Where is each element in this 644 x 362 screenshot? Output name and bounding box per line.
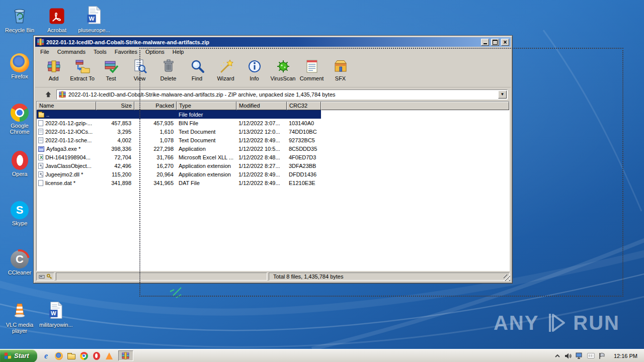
opera-quicklaunch-icon[interactable]	[92, 351, 101, 360]
file-row[interactable]: 2022-01-12-IOCs... 3,295 1,610 Text Docu…	[37, 127, 321, 136]
vlc-quicklaunch-icon[interactable]	[105, 351, 114, 360]
comment-button[interactable]: Comment	[297, 58, 326, 81]
archive-path-combobox[interactable]: 2022-01-12-IcedID-and-Cobalt-Strike-malw…	[56, 89, 508, 100]
desktop-icon-vlc[interactable]: VLC media player	[3, 298, 36, 334]
file-name-cell: license.dat *	[37, 180, 96, 186]
file-type-cell: Application extension	[177, 171, 236, 177]
desktop-icon-recycle-bin[interactable]: Recycle Bin	[3, 3, 36, 33]
archive-path-text: 2022-01-12-IcedID-and-Cobalt-Strike-malw…	[68, 92, 496, 98]
menu-options[interactable]: Options	[141, 48, 169, 56]
taskbar-clock[interactable]: 12:16 PM	[609, 349, 642, 362]
file-packed-cell: 227,298	[134, 146, 177, 152]
title-bar[interactable]: 2022-01-12-IcedID-and-Cobalt-Strike-malw…	[35, 37, 511, 47]
status-icons-panel	[36, 273, 54, 281]
desktop-icon-skype[interactable]: Skype	[3, 196, 36, 226]
find-icon	[189, 58, 205, 74]
desktop-icon-opera[interactable]: Opera	[3, 147, 36, 177]
column-header-type[interactable]: Type	[177, 102, 236, 110]
extract-to-icon	[74, 58, 91, 74]
file-row[interactable]: DH-1641998904... 72,704 31,766 Microsoft…	[37, 153, 321, 161]
folder-quicklaunch-icon[interactable]	[67, 351, 76, 360]
add-button[interactable]: Add	[39, 58, 68, 81]
recycle-bin-icon	[3, 3, 36, 26]
extract-to-button[interactable]: Extract To	[68, 58, 97, 81]
winrar-taskbar-button[interactable]	[118, 350, 133, 361]
file-row-parent-dir[interactable]: .. File folder	[37, 110, 321, 119]
maximize-button[interactable]	[491, 39, 499, 46]
desktop-icon-acrobat[interactable]: Acrobat	[40, 3, 73, 33]
file-type-cell: BIN File	[177, 120, 236, 126]
file-packed-cell: 457,935	[134, 120, 177, 126]
toolbar-label: Extract To	[70, 75, 95, 81]
disk-icon	[39, 274, 45, 280]
internet-explorer-icon[interactable]: e	[42, 351, 51, 360]
file-size-cell: 398,336	[96, 146, 134, 152]
virus-scan-button[interactable]: VirusScan	[269, 58, 297, 81]
delete-button[interactable]: Delete	[154, 58, 183, 81]
virus-scan-icon	[275, 58, 291, 74]
winrar-window: 2022-01-12-IcedID-and-Cobalt-Strike-malw…	[33, 35, 513, 284]
desktop-icon-label: Google Chrome	[3, 123, 36, 135]
menu-bar: File Commands Tools Favorites Options He…	[35, 47, 511, 56]
acrobat-icon	[40, 3, 73, 26]
info-button[interactable]: Info	[240, 58, 269, 81]
resize-grip[interactable]	[504, 275, 510, 281]
file-row[interactable]: Jugeejmo2.dll * 115,200 20,964 Applicati…	[37, 170, 321, 178]
keyboard-layout-icon[interactable]	[587, 353, 595, 358]
anyrun-watermark: ANY RUN	[494, 310, 620, 336]
notification-flag-icon[interactable]	[599, 352, 605, 359]
word-document-icon: W	[39, 298, 72, 321]
delete-icon	[160, 58, 177, 74]
menu-help[interactable]: Help	[169, 48, 188, 56]
volume-icon[interactable]	[565, 352, 572, 359]
file-size-cell: 42,496	[96, 163, 134, 169]
menu-tools[interactable]: Tools	[90, 48, 111, 56]
close-button[interactable]	[501, 39, 509, 46]
status-bar: Total 8 files, 1,435,784 bytes	[35, 272, 511, 282]
sfx-button[interactable]: SFX	[326, 58, 355, 81]
menu-commands[interactable]: Commands	[53, 48, 90, 56]
column-header-modified[interactable]: Modified	[236, 102, 287, 110]
column-header-packed[interactable]: Packed	[134, 102, 177, 110]
desktop-icon-label: Firefox	[3, 73, 36, 79]
firefox-icon	[10, 53, 29, 72]
file-modified-cell: 1/12/2022 8:48...	[236, 154, 287, 160]
anyrun-watermark-any: ANY	[494, 312, 539, 334]
menu-file[interactable]: File	[36, 48, 53, 56]
file-packed-cell: 16,270	[134, 163, 177, 169]
winrar-task-icon	[122, 352, 129, 359]
desktop-icon-militaryowin[interactable]: W militaryowin...	[39, 298, 72, 328]
view-button[interactable]: View	[125, 58, 154, 81]
column-header-name[interactable]: Name	[37, 102, 96, 110]
file-row[interactable]: 2022-01-12-gzip-... 457,853 457,935 BIN …	[37, 119, 321, 127]
file-modified-cell: 1/13/2022 12:0...	[236, 129, 287, 135]
find-button[interactable]: Find	[183, 58, 211, 81]
combobox-dropdown-arrow[interactable]: ▼	[498, 90, 507, 99]
file-row[interactable]: 2022-01-12-sche... 4,002 1,078 Text Docu…	[37, 136, 321, 144]
text-file-icon	[38, 129, 43, 135]
file-modified-cell: 1/12/2022 8:49...	[236, 180, 287, 186]
desktop-icon-firefox[interactable]: Firefox	[3, 49, 36, 79]
network-icon[interactable]	[576, 352, 583, 359]
up-one-level-button[interactable]	[43, 90, 53, 99]
address-bar: 2022-01-12-IcedID-and-Cobalt-Strike-malw…	[35, 87, 511, 101]
dll-file-icon	[38, 171, 43, 177]
minimize-button[interactable]	[481, 39, 489, 46]
desktop-icon-pluseurope[interactable]: W pluseurope...	[77, 3, 111, 33]
tray-expand-chevron-icon[interactable]	[554, 353, 560, 359]
column-header-size[interactable]: Size	[96, 102, 134, 110]
firefox-quicklaunch-icon[interactable]	[54, 351, 63, 360]
file-row[interactable]: JavaClassObject... 42,496 16,270 Applica…	[37, 161, 321, 170]
file-row[interactable]: license.dat * 341,898 341,965 DAT File 1…	[37, 178, 321, 187]
toolbar-label: Find	[192, 75, 202, 81]
test-button[interactable]: Test	[97, 58, 125, 81]
desktop-icon-ccleaner[interactable]: CCleaner	[3, 245, 36, 276]
menu-favorites[interactable]: Favorites	[111, 48, 141, 56]
column-header-crc32[interactable]: CRC32	[287, 102, 321, 110]
file-row[interactable]: Ayfaga3.exe * 398,336 227,298 Applicatio…	[37, 144, 321, 153]
wizard-button[interactable]: Wizard	[211, 58, 240, 81]
file-type-cell: Text Document	[177, 129, 236, 135]
desktop-icon-google-chrome[interactable]: Google Chrome	[3, 99, 36, 135]
start-button[interactable]: Start	[0, 349, 37, 362]
chrome-quicklaunch-icon[interactable]	[79, 351, 89, 360]
